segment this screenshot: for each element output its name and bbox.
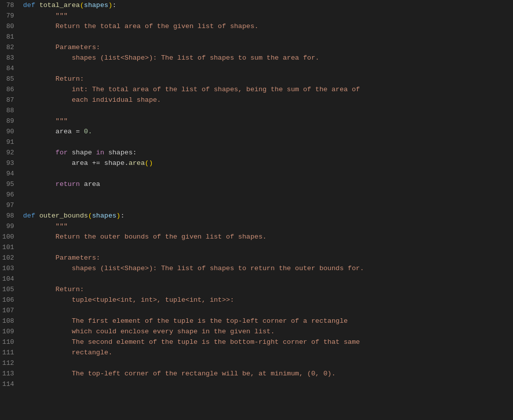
line-number: 79 [0, 11, 21, 21]
token: : [120, 212, 124, 220]
line-number: 81 [0, 32, 21, 42]
code-line: 92 for shape in shapes: [0, 147, 513, 158]
code-line: 98def outer_bounds(shapes): [0, 211, 513, 221]
line-number: 114 [0, 379, 21, 389]
code-line: 81 [0, 32, 513, 42]
line-number: 106 [0, 295, 21, 305]
line-number: 89 [0, 116, 21, 126]
line-number: 113 [0, 368, 21, 379]
token: : [112, 2, 116, 9]
token: The top-left corner of the rectangle wil… [23, 370, 336, 377]
line-content: tuple<tuple<int, int>, tuple<int, int>>: [21, 295, 513, 305]
code-line: 107 [0, 305, 513, 316]
line-content: Parameters: [21, 253, 513, 263]
token: int: The total area of the list of shape… [23, 86, 360, 93]
token: in [96, 149, 108, 156]
line-number: 87 [0, 95, 21, 105]
line-number: 92 [0, 147, 21, 158]
token: shapes (list<Shape>): The list of shapes… [23, 54, 319, 62]
token: """ [23, 223, 68, 230]
line-content: shapes (list<Shape>): The list of shapes… [21, 263, 513, 274]
line-content: The top-left corner of the rectangle wil… [21, 368, 513, 379]
line-number: 104 [0, 274, 21, 284]
code-line: 113 The top-left corner of the rectangle… [0, 368, 513, 379]
line-content: Parameters: [21, 42, 513, 53]
line-content: """ [21, 221, 513, 232]
line-number: 80 [0, 21, 21, 32]
token: area [84, 180, 100, 188]
line-content: rectangle. [21, 347, 513, 358]
line-content: Return: [21, 74, 513, 84]
code-line: 112 [0, 358, 513, 368]
line-content: The second element of the tuple is the b… [21, 337, 513, 347]
code-line: 84 [0, 63, 513, 74]
line-content: return area [21, 179, 513, 189]
line-number: 107 [0, 305, 21, 316]
code-line: 111 rectangle. [0, 347, 513, 358]
line-content [21, 105, 513, 116]
line-number: 91 [0, 137, 21, 147]
line-content: """ [21, 116, 513, 126]
line-number: 105 [0, 284, 21, 295]
token: return [23, 180, 84, 188]
code-line: 105 Return: [0, 284, 513, 295]
code-line: 87 each individual shape. [0, 95, 513, 105]
line-content [21, 242, 513, 253]
line-content [21, 274, 513, 284]
code-line: 94 [0, 168, 513, 179]
line-number: 85 [0, 74, 21, 84]
line-content [21, 379, 513, 389]
token: area [129, 159, 145, 167]
token: shape [72, 149, 96, 156]
line-content: """ [21, 11, 513, 21]
code-line: 110 The second element of the tuple is t… [0, 337, 513, 347]
code-line: 95 return area [0, 179, 513, 189]
code-line: 99 """ [0, 221, 513, 232]
token: rectangle. [23, 349, 112, 356]
code-line: 102 Parameters: [0, 253, 513, 263]
token: which could enclose every shape in the g… [23, 328, 275, 335]
token: Return the total area of the given list … [23, 23, 259, 30]
token: def [23, 2, 39, 9]
line-number: 88 [0, 105, 21, 116]
code-line: 78def total_area(shapes): [0, 0, 513, 11]
line-number: 82 [0, 42, 21, 53]
line-content: int: The total area of the list of shape… [21, 84, 513, 95]
token: area [23, 159, 92, 167]
code-line: 89 """ [0, 116, 513, 126]
token: . [125, 159, 129, 167]
line-content [21, 168, 513, 179]
line-number: 100 [0, 232, 21, 242]
code-line: 97 [0, 200, 513, 211]
line-number: 110 [0, 337, 21, 347]
code-line: 85 Return: [0, 74, 513, 84]
code-line: 109 which could enclose every shape in t… [0, 326, 513, 337]
token: shapes: [108, 149, 137, 156]
code-line: 114 [0, 379, 513, 389]
code-line: 93 area += shape.area() [0, 158, 513, 168]
token: = [76, 128, 84, 135]
code-line: 90 area = 0. [0, 126, 513, 137]
line-content [21, 200, 513, 211]
line-content [21, 32, 513, 42]
line-number: 102 [0, 253, 21, 263]
line-number: 90 [0, 126, 21, 137]
line-content: shapes (list<Shape>): The list of shapes… [21, 53, 513, 63]
code-line: 91 [0, 137, 513, 147]
line-content: which could enclose every shape in the g… [21, 326, 513, 337]
line-number: 111 [0, 347, 21, 358]
token: total_area [39, 2, 80, 9]
token: ( [88, 212, 92, 220]
line-number: 103 [0, 263, 21, 274]
token: def [23, 212, 39, 220]
token: Return the outer bounds of the given lis… [23, 233, 267, 241]
token: The first element of the tuple is the to… [23, 317, 348, 325]
token: 0. [84, 128, 92, 135]
line-number: 101 [0, 242, 21, 253]
token: The second element of the tuple is the b… [23, 338, 360, 346]
line-content: Return the total area of the given list … [21, 21, 513, 32]
line-content: area += shape.area() [21, 158, 513, 168]
line-number: 86 [0, 84, 21, 95]
line-content [21, 305, 513, 316]
line-number: 78 [0, 0, 21, 11]
